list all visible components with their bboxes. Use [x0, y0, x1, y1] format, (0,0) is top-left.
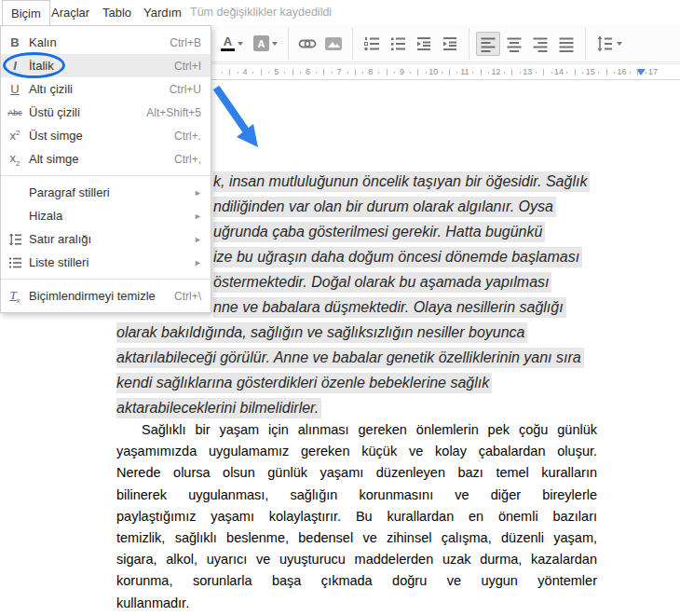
ruler-tick	[426, 72, 427, 74]
strikethrough-icon: Abc	[1, 108, 29, 117]
bulleted-list-button[interactable]	[386, 32, 410, 56]
align-left-icon	[479, 34, 497, 53]
ruler-number: 11	[459, 67, 470, 76]
ruler-tick	[504, 72, 505, 74]
ruler-number: 5	[271, 67, 282, 76]
ruler-tick	[252, 72, 253, 74]
justify-button[interactable]	[554, 32, 578, 56]
highlighted-italic-line: aktarılabileceği görülür. Anne ve babala…	[116, 348, 584, 368]
bold-icon: B	[1, 35, 29, 49]
ruler-tick	[316, 72, 317, 74]
text-line: korunma, sorunlarla başa çıkmada doğru v…	[116, 570, 597, 592]
save-status: Tüm değişiklikler kaydedildi	[190, 0, 332, 25]
text-line: Nerede olursa olsun günlük yaşamı düzenl…	[116, 462, 597, 484]
subscript-icon: x2	[1, 151, 29, 168]
decrease-indent-icon	[415, 34, 433, 53]
menubar: Biçim Araçlar Tablo Yardım Tüm değişikli…	[0, 0, 680, 25]
ruler-number: 17	[647, 67, 659, 76]
menu-bicim[interactable]: Biçim	[2, 0, 50, 25]
ruler-tick	[442, 72, 442, 74]
link-icon	[298, 34, 317, 53]
justify-icon	[557, 34, 576, 53]
menu-separator	[1, 175, 211, 176]
toolbar-separator	[288, 28, 289, 60]
annotation-ellipse	[3, 52, 65, 78]
ruler-tick	[222, 72, 223, 74]
image-icon	[324, 34, 343, 53]
highlighted-italic-line: nne ve babalara düşmektedir. Olaya nesil…	[213, 297, 566, 318]
menu-item-satir-araligi[interactable]: Satır aralığı ►	[1, 227, 211, 251]
menu-item-liste-stilleri[interactable]: Liste stilleri ►	[1, 251, 211, 274]
increase-indent-button[interactable]	[438, 32, 462, 56]
ruler-tick	[300, 72, 301, 74]
highlighted-italic-line: ize bu uğraşın daha doğum öncesi dönemde…	[213, 247, 582, 267]
ruler-tick	[614, 72, 615, 74]
highlight-color-icon: A	[253, 35, 269, 51]
chevron-down-icon	[617, 42, 622, 46]
ruler-tick	[449, 69, 450, 75]
highlighted-italic-line: k, insan mutluluğunun öncelik taşıyan bi…	[213, 171, 590, 192]
align-center-button[interactable]	[502, 32, 526, 56]
numbered-list-button[interactable]	[360, 32, 384, 56]
ruler-tick	[646, 72, 646, 74]
ruler-tick	[520, 72, 521, 74]
bulleted-list-icon	[388, 34, 407, 53]
toolbar-separator	[585, 28, 586, 60]
highlighted-italic-line: aktarabileceklerini bilmelidirler.	[116, 398, 321, 418]
menu-item-paragraf-stilleri[interactable]: Paragraf stilleri ►	[1, 181, 211, 204]
ruler-number: 9	[397, 67, 408, 76]
ruler-tick	[238, 72, 238, 74]
text-color-icon: A	[221, 36, 235, 51]
ruler-number: 6	[302, 67, 313, 76]
menu-item-hizala[interactable]: Hizala ►	[1, 204, 211, 227]
align-left-button[interactable]	[476, 32, 500, 56]
menu-yardim[interactable]: Yardım	[135, 0, 190, 25]
line-spacing-button[interactable]	[592, 32, 624, 56]
ruler-tick	[417, 69, 418, 75]
ruler-number: 13	[522, 67, 533, 76]
increase-indent-icon	[441, 34, 459, 53]
submenu-arrow-icon: ►	[194, 212, 211, 221]
text-color-button[interactable]: A	[216, 32, 248, 56]
highlighted-italic-line: kendi sağlıklarına gösterdikleri özenle …	[116, 373, 492, 393]
submenu-arrow-icon: ►	[194, 235, 211, 244]
submenu-arrow-icon: ►	[194, 188, 211, 198]
menu-item-alti-cizili[interactable]: U Altı çizili Ctrl+U	[1, 77, 211, 101]
decrease-indent-button[interactable]	[412, 32, 436, 56]
highlight-color-button[interactable]: A	[250, 32, 281, 56]
menu-araclar[interactable]: Araçlar	[43, 0, 98, 25]
annotation-arrow-icon	[209, 82, 274, 166]
ruler-tick	[536, 72, 537, 74]
list-styles-icon	[1, 255, 29, 270]
ruler-tick	[378, 72, 379, 74]
ruler-tick	[362, 72, 363, 74]
ruler-number: 12	[491, 67, 502, 76]
menu-item-bicimlendirmeyi-temizle[interactable]: Tx Biçimlendirmeyi temizle Ctrl+\	[1, 284, 211, 308]
ruler-tick	[488, 72, 489, 74]
ruler-tick	[410, 72, 411, 74]
text-line: temizlik, sağlıklı beslenme, bedensel ve…	[116, 527, 597, 549]
ruler-tick	[598, 72, 599, 74]
insert-image-button[interactable]	[321, 32, 346, 56]
menu-item-alt-simge[interactable]: x2 Alt simge Ctrl+,	[1, 147, 211, 171]
ruler-tick	[323, 69, 324, 75]
menu-item-kalin[interactable]: B Kalın Ctrl+B	[1, 31, 211, 54]
menu-item-ustu-cizili[interactable]: Abc Üstü çizili Alt+Shift+5	[1, 101, 211, 124]
ruler-tick	[472, 72, 473, 74]
menu-tablo[interactable]: Tablo	[94, 0, 140, 25]
ruler-tick	[637, 69, 638, 75]
ruler-number: 7	[333, 67, 345, 76]
ruler-tick	[481, 69, 482, 75]
text-line: Sağlıklı bir yaşam için alınması gereken…	[116, 419, 597, 441]
ruler-number: 15	[585, 67, 596, 76]
insert-link-button[interactable]	[295, 32, 320, 56]
google-docs-window: Biçim Araçlar Tablo Yardım Tüm değişikli…	[0, 0, 680, 616]
align-center-icon	[505, 34, 524, 53]
menu-item-ust-simge[interactable]: x2 Üst simge Ctrl+.	[1, 124, 211, 147]
superscript-icon: x2	[1, 129, 29, 143]
text-line: yaşamımızda uygulamamız gereken küçük ve…	[116, 441, 597, 462]
paragraph-justified: Sağlıklı bir yaşam için alınması gereken…	[116, 419, 597, 614]
ruler-tick	[543, 69, 544, 75]
align-right-button[interactable]	[528, 32, 552, 56]
ruler-tick	[511, 69, 512, 75]
